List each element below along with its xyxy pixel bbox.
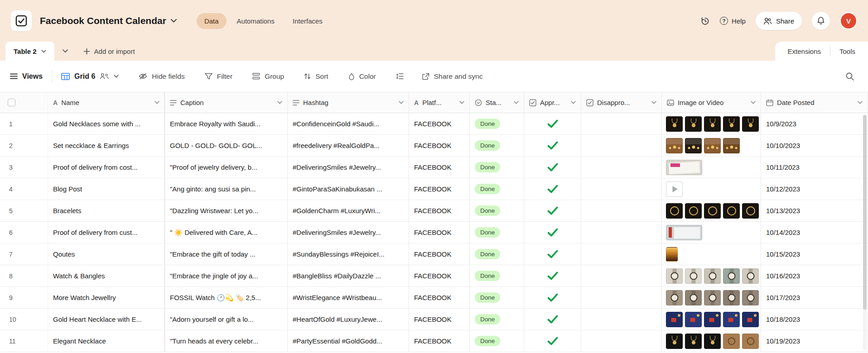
cell-caption[interactable]: GOLD - GOLD- GOLD- GOL... xyxy=(165,135,288,156)
cell-hashtag[interactable]: #WristElegance #Wristbeau... xyxy=(288,287,409,308)
attachment-thumbnail[interactable] xyxy=(742,334,759,349)
cell-hashtag[interactable]: #freedelivery #RealGoldPa... xyxy=(288,135,409,156)
history-button[interactable] xyxy=(700,16,710,26)
cell-attachments[interactable] xyxy=(662,178,761,200)
cell-disapproved[interactable] xyxy=(581,265,662,286)
table-list-dropdown[interactable] xyxy=(54,42,76,61)
scrollbar-thumb[interactable] xyxy=(863,115,867,310)
attachment-thumbnail[interactable] xyxy=(723,290,740,305)
cell-caption[interactable]: "Ang ginto: ang susi sa pin... xyxy=(165,178,288,200)
row-number-cell[interactable]: 3 xyxy=(0,157,48,178)
cell-approved[interactable] xyxy=(524,309,581,330)
cell-name[interactable]: Gold Necklaces some with ... xyxy=(48,113,165,134)
attachment-thumbnail[interactable] xyxy=(666,138,683,153)
cell-status[interactable]: Done xyxy=(470,330,524,352)
cell-approved[interactable] xyxy=(524,222,581,243)
cell-platform[interactable]: FACEBOOK xyxy=(409,157,470,178)
row-number-cell[interactable]: 7 xyxy=(0,243,48,265)
attachment-thumbnail[interactable] xyxy=(742,312,759,327)
row-number-cell[interactable]: 2 xyxy=(0,135,48,156)
cell-date[interactable]: 10/13/2023 xyxy=(761,200,868,221)
cell-date[interactable]: 10/15/2023 xyxy=(761,243,868,265)
cell-approved[interactable] xyxy=(524,287,581,308)
row-number-cell[interactable]: 8 xyxy=(0,265,48,286)
cell-hashtag[interactable]: #PartyEssential #GoldGodd... xyxy=(288,330,409,352)
cell-status[interactable]: Done xyxy=(470,222,524,243)
cell-attachments[interactable] xyxy=(662,200,761,221)
column-header-caption[interactable]: Caption xyxy=(165,92,288,113)
attachment-thumbnail[interactable] xyxy=(704,138,721,153)
attachment-thumbnail[interactable] xyxy=(685,290,702,305)
attachment-thumbnail[interactable] xyxy=(704,116,721,132)
cell-hashtag[interactable]: #DeliveringSmiles #Jewelry... xyxy=(288,222,409,243)
cell-platform[interactable]: FACEBOOK xyxy=(409,243,470,265)
cell-platform[interactable]: FACEBOOK xyxy=(409,178,470,200)
add-or-import-button[interactable]: Add or import xyxy=(83,42,135,61)
attachment-thumbnail[interactable] xyxy=(685,334,702,349)
attachment-thumbnail[interactable] xyxy=(704,268,721,284)
cell-platform[interactable]: FACEBOOK xyxy=(409,265,470,286)
attachment-thumbnail[interactable] xyxy=(704,312,721,327)
cell-date[interactable]: 10/12/2023 xyxy=(761,178,868,200)
cell-name[interactable]: Qoutes xyxy=(48,243,165,265)
cell-hashtag[interactable]: #HeartOfGold #LuxuryJewe... xyxy=(288,309,409,330)
cell-date[interactable]: 10/17/2023 xyxy=(761,287,868,308)
cell-disapproved[interactable] xyxy=(581,287,662,308)
cell-caption[interactable]: " ☀️ Delivered with Care, A... xyxy=(165,222,288,243)
attachment-thumbnail[interactable] xyxy=(666,312,683,327)
cell-status[interactable]: Done xyxy=(470,178,524,200)
table-tab-active[interactable]: Table 2 xyxy=(5,42,54,61)
cell-name[interactable]: Blog Post xyxy=(48,178,165,200)
cell-status[interactable]: Done xyxy=(470,243,524,265)
help-button[interactable]: ? Help xyxy=(720,17,746,25)
cell-disapproved[interactable] xyxy=(581,200,662,221)
cell-hashtag[interactable]: #GintoParaSaKinabukasan ... xyxy=(288,178,409,200)
cell-caption[interactable]: FOSSIL Watch 🕐💫 🏷️ 2,5... xyxy=(165,287,288,308)
base-title-menu[interactable]: Facebook Content Calendar xyxy=(40,15,177,26)
cell-platform[interactable]: FACEBOOK xyxy=(409,309,470,330)
column-header-image-or-video[interactable]: Image or Video xyxy=(662,92,761,113)
cell-date[interactable]: 10/9/2023 xyxy=(761,113,868,134)
cell-date[interactable]: 10/18/2023 xyxy=(761,309,868,330)
cell-status[interactable]: Done xyxy=(470,265,524,286)
attachment-thumbnail[interactable] xyxy=(666,290,683,305)
attachment-thumbnail[interactable] xyxy=(666,181,683,197)
attachment-thumbnail[interactable] xyxy=(704,334,721,349)
cell-attachments[interactable] xyxy=(662,265,761,286)
cell-attachments[interactable] xyxy=(662,135,761,156)
column-header-disappro[interactable]: Disappro... xyxy=(581,92,662,113)
column-header-platf[interactable]: APlatf... xyxy=(409,92,470,113)
cell-disapproved[interactable] xyxy=(581,178,662,200)
cell-hashtag[interactable]: #GoldenCharm #LuxuryWri... xyxy=(288,200,409,221)
sort-button[interactable]: Sort xyxy=(304,72,328,81)
attachment-thumbnail[interactable] xyxy=(666,334,683,349)
filter-button[interactable]: Filter xyxy=(205,72,232,81)
cell-platform[interactable]: FACEBOOK xyxy=(409,135,470,156)
attachment-thumbnail[interactable] xyxy=(723,116,740,132)
cell-attachments[interactable] xyxy=(662,309,761,330)
attachment-thumbnail[interactable] xyxy=(666,268,683,284)
attachment-thumbnail[interactable] xyxy=(666,225,702,240)
cell-approved[interactable] xyxy=(524,330,581,352)
attachment-thumbnail[interactable] xyxy=(685,116,702,132)
app-logo[interactable] xyxy=(11,10,32,31)
cell-hashtag[interactable]: #DeliveringSmiles #Jewelry... xyxy=(288,157,409,178)
attachment-thumbnail[interactable] xyxy=(666,160,702,175)
attachment-thumbnail[interactable] xyxy=(666,247,678,262)
cell-disapproved[interactable] xyxy=(581,222,662,243)
cell-caption[interactable]: "Dazzling Wristwear: Let yo... xyxy=(165,200,288,221)
share-and-sync-button[interactable]: Share and sync xyxy=(422,72,483,81)
cell-approved[interactable] xyxy=(524,178,581,200)
row-number-cell[interactable]: 5 xyxy=(0,200,48,221)
attachment-thumbnail[interactable] xyxy=(723,312,740,327)
row-number-cell[interactable]: 4 xyxy=(0,178,48,200)
attachment-thumbnail[interactable] xyxy=(742,116,759,132)
attachment-thumbnail[interactable] xyxy=(685,138,702,153)
attachment-thumbnail[interactable] xyxy=(723,138,740,153)
cell-hashtag[interactable]: #BangleBliss #DailyDazzle ... xyxy=(288,265,409,286)
row-number-cell[interactable]: 11 xyxy=(0,330,48,352)
cell-disapproved[interactable] xyxy=(581,243,662,265)
attachment-thumbnail[interactable] xyxy=(742,290,759,305)
row-height-button[interactable] xyxy=(396,73,404,80)
cell-disapproved[interactable] xyxy=(581,135,662,156)
